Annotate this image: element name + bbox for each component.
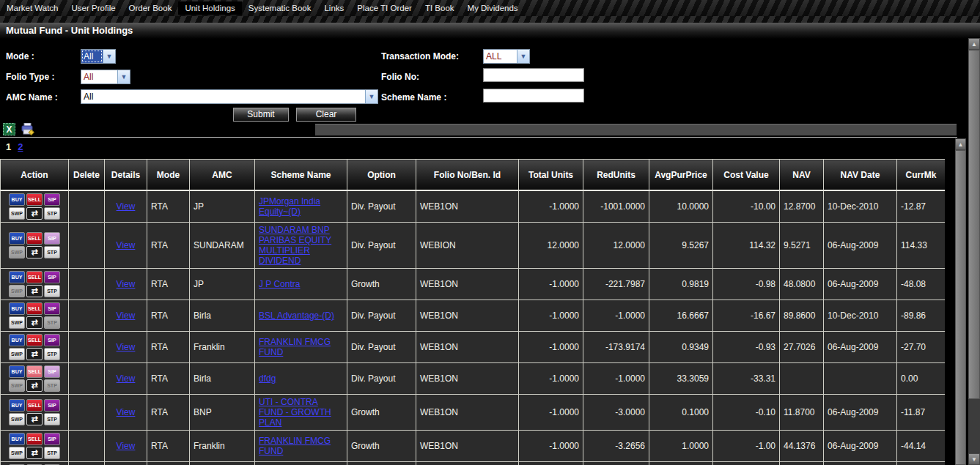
view-link[interactable]: View: [117, 279, 136, 289]
scroll-up-icon[interactable]: ▲: [955, 138, 966, 150]
buy-button[interactable]: BUY: [9, 193, 25, 206]
scroll-down-icon[interactable]: ▼: [968, 453, 980, 465]
scheme-link[interactable]: J P Contra: [259, 279, 300, 289]
switch-icon[interactable]: ⇄: [26, 285, 43, 297]
sip-button[interactable]: SIP: [44, 232, 60, 245]
sell-button[interactable]: SELL: [26, 193, 43, 206]
chevron-down-icon[interactable]: ▼: [103, 50, 115, 63]
swp-button[interactable]: SWP: [9, 413, 25, 425]
buy-button[interactable]: BUY: [9, 232, 25, 245]
sell-button[interactable]: SELL: [26, 302, 43, 315]
view-link[interactable]: View: [117, 373, 136, 384]
switch-icon[interactable]: ⇄: [26, 207, 43, 220]
switch-icon[interactable]: ⇄: [26, 447, 43, 459]
swp-button[interactable]: SWP: [9, 246, 25, 258]
scheme-name-input[interactable]: [483, 89, 584, 103]
switch-icon[interactable]: ⇄: [26, 348, 43, 360]
swp-button[interactable]: SWP: [9, 348, 25, 360]
sell-button[interactable]: SELL: [26, 334, 43, 346]
action-buttons: BUYSELLSIPSWP⇄STP: [4, 433, 65, 459]
transaction-mode-select[interactable]: ALL ▼: [483, 49, 530, 64]
sell-button[interactable]: SELL: [26, 232, 43, 245]
nav-item-user-profile[interactable]: User Profile: [65, 1, 122, 15]
nav-item-place-ti-order[interactable]: Place TI Order: [350, 1, 419, 15]
view-link[interactable]: View: [117, 201, 136, 212]
excel-export-icon[interactable]: X: [3, 123, 15, 138]
buy-button[interactable]: BUY: [9, 334, 25, 346]
sip-button[interactable]: SIP: [44, 302, 60, 315]
folio-no-input[interactable]: [483, 68, 584, 82]
swp-button[interactable]: SWP: [9, 379, 25, 392]
stp-button[interactable]: STP: [44, 447, 60, 459]
chevron-down-icon[interactable]: ▼: [517, 50, 529, 63]
submit-button[interactable]: Submit: [233, 108, 289, 122]
amc-name-select[interactable]: All ▼: [81, 89, 378, 104]
switch-icon[interactable]: ⇄: [26, 379, 43, 392]
page-scrollbar-thumb[interactable]: [968, 50, 980, 399]
buy-button[interactable]: BUY: [9, 365, 25, 378]
nav-item-ti-book[interactable]: TI Book: [419, 1, 461, 15]
nav-item-systematic-book[interactable]: Systematic Book: [242, 1, 318, 15]
nav-item-market-watch[interactable]: Market Watch: [0, 1, 65, 15]
scheme-link[interactable]: FRANKLIN FMCG FUND: [259, 436, 331, 456]
scheme-link[interactable]: JPMorgan India Equity~(D): [259, 196, 320, 217]
buy-button[interactable]: BUY: [9, 271, 25, 283]
stp-button[interactable]: STP: [44, 207, 60, 220]
scheme-link[interactable]: SUNDARAM BNP PARIBAS EQUITY MULTIPLIER D…: [259, 225, 331, 266]
sell-button[interactable]: SELL: [26, 271, 43, 283]
red-units-cell: -1.0000: [583, 300, 649, 332]
sip-button[interactable]: SIP: [44, 433, 60, 445]
scroll-up-icon[interactable]: ▲: [968, 38, 980, 50]
buy-button[interactable]: BUY: [9, 433, 25, 445]
switch-icon[interactable]: ⇄: [26, 246, 43, 258]
switch-icon[interactable]: ⇄: [26, 413, 43, 425]
nav-cell: 107.0000: [780, 462, 824, 465]
view-link[interactable]: View: [117, 310, 136, 321]
sip-button[interactable]: SIP: [44, 334, 60, 346]
sell-button[interactable]: SELL: [26, 399, 43, 412]
mode-select[interactable]: All ▼: [81, 49, 116, 64]
scheme-link[interactable]: dfdg: [259, 373, 276, 384]
swp-button[interactable]: SWP: [9, 316, 25, 329]
page-scrollbar[interactable]: ▲ ▼: [968, 38, 980, 465]
nav-item-links[interactable]: Links: [317, 1, 350, 15]
swp-button[interactable]: SWP: [9, 447, 25, 459]
buy-button[interactable]: BUY: [9, 302, 25, 315]
chevron-down-icon[interactable]: ▼: [117, 70, 130, 83]
stp-button[interactable]: STP: [44, 285, 60, 297]
sip-button[interactable]: SIP: [44, 193, 60, 206]
view-link[interactable]: View: [117, 441, 136, 451]
view-link[interactable]: View: [117, 407, 136, 417]
stp-button[interactable]: STP: [44, 379, 60, 392]
switch-icon[interactable]: ⇄: [26, 316, 43, 329]
clear-button[interactable]: Clear: [296, 108, 356, 122]
sip-button[interactable]: SIP: [44, 365, 60, 378]
mode-label: Mode :: [6, 51, 34, 62]
sell-button[interactable]: SELL: [26, 433, 43, 445]
total-units-cell: -1.0000: [519, 190, 583, 223]
buy-button[interactable]: BUY: [9, 399, 25, 412]
scheme-link[interactable]: FRANKLIN FMCG FUND: [259, 337, 331, 357]
nav-item-unit-holdings[interactable]: Unit Holdings: [178, 1, 241, 15]
print-icon[interactable]: [21, 123, 34, 138]
stp-button[interactable]: STP: [44, 348, 60, 360]
stp-button[interactable]: STP: [44, 246, 60, 258]
sip-button[interactable]: SIP: [44, 271, 60, 283]
swp-button[interactable]: SWP: [9, 285, 25, 297]
scheme-link[interactable]: UTI - CONTRA FUND - GROWTH PLAN: [259, 397, 331, 428]
nav-item-my-dividends[interactable]: My Dividends: [461, 1, 525, 15]
swp-button[interactable]: SWP: [9, 207, 25, 220]
scheme-link[interactable]: BSL Advantage-(D): [259, 310, 334, 321]
sip-button[interactable]: SIP: [44, 399, 60, 412]
page-number-link[interactable]: 2: [18, 141, 23, 152]
table-scrollbar-thumb[interactable]: [955, 150, 966, 465]
nav-item-order-book[interactable]: Order Book: [122, 1, 179, 15]
stp-button[interactable]: STP: [44, 413, 60, 425]
chevron-down-icon[interactable]: ▼: [365, 90, 377, 103]
sell-button[interactable]: SELL: [26, 365, 43, 378]
stp-button[interactable]: STP: [44, 316, 60, 329]
folio-type-select[interactable]: All ▼: [81, 70, 130, 84]
table-scrollbar[interactable]: ▲: [955, 138, 966, 465]
view-link[interactable]: View: [117, 240, 136, 250]
view-link[interactable]: View: [117, 342, 136, 352]
